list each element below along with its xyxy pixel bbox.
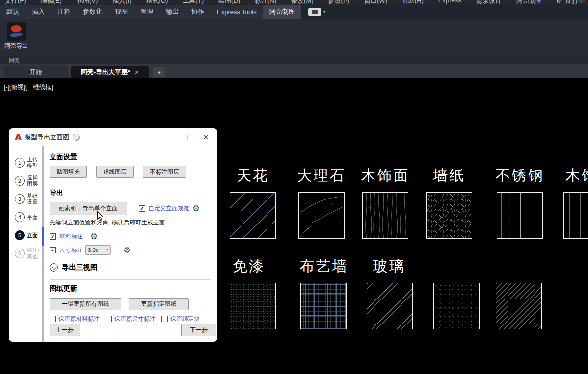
next-step-button[interactable]: 下一步	[181, 324, 216, 336]
viewport-controls[interactable]: [-][俯视][二维线框]	[4, 83, 53, 92]
material-label: 免漆	[233, 256, 265, 276]
menu-draw[interactable]: 绘图(D)	[218, 0, 240, 5]
keep-bound-block-checkbox[interactable]	[161, 316, 168, 322]
document-tab-bar: 开始 阿壳-导出大平层* × +	[0, 64, 588, 78]
update-selected-sheets-button[interactable]: 更新指定图纸	[129, 298, 189, 310]
material-swatch-ceiling	[230, 192, 276, 239]
menu-help[interactable]: 帮助(H)	[402, 0, 424, 5]
close-button[interactable]: ✕	[203, 134, 209, 141]
step-basic-settings[interactable]: 3 基础设置	[15, 193, 42, 205]
draw-index-export-button[interactable]: 画索引，导出单个立面	[50, 202, 127, 215]
menu-view[interactable]: 视图(V)	[77, 0, 98, 5]
autocad-logo-icon: A	[15, 132, 21, 142]
material-label: 墙纸	[433, 166, 465, 186]
material-annotation-label[interactable]: 材料标注	[59, 232, 83, 241]
menu-insert[interactable]: 插入(I)	[112, 0, 131, 5]
maximize-button[interactable]	[183, 135, 188, 140]
menu-file[interactable]: 文件(F)	[5, 0, 26, 5]
doc-tab-start[interactable]: 开始	[4, 66, 68, 78]
material-label: 木饰面	[361, 166, 410, 186]
material-swatch-wallpaper	[426, 192, 472, 239]
dimension-annotation-gear-icon[interactable]: ⚙	[123, 246, 131, 254]
custom-spec-gear-icon[interactable]: ⚙	[192, 204, 200, 213]
doc-tab-close-icon[interactable]: ×	[135, 68, 139, 76]
no-annotation-layer-button[interactable]: 不标注图层	[143, 166, 186, 178]
menu-ake[interactable]: 阿壳制图	[516, 0, 542, 5]
ake-export-button[interactable]: 阿壳导出	[2, 21, 30, 50]
material-annotation-gear-icon[interactable]: ⚙	[90, 232, 98, 241]
keep-dimension-anno-checkbox[interactable]	[106, 316, 112, 322]
menu-parametric[interactable]: 参数(P)	[328, 0, 349, 5]
step-elevation-active[interactable]: 5 立面	[15, 229, 42, 241]
export-hint-text: 先绘制立面位置和方向, 确认后即可生成立面	[50, 219, 211, 227]
ribbon-tab-annotate[interactable]: 注释	[51, 5, 77, 19]
ribbon-tab-view[interactable]: 视图	[108, 5, 134, 19]
select-chevron-icon: ∨	[106, 248, 108, 252]
ake-export-label: 阿壳导出	[2, 42, 30, 50]
step-select-layers[interactable]: 2 选择图层	[15, 175, 42, 187]
export-three-views-toggle[interactable]: 导出三视图	[50, 263, 211, 272]
ribbon-group-label: 阿壳	[9, 57, 20, 64]
step-plan[interactable]: 4 平面	[15, 211, 42, 223]
menu-modify[interactable]: 修改(M)	[291, 0, 314, 5]
dimension-annotation-checkbox[interactable]: ✓	[50, 247, 56, 253]
custom-spec-checkbox[interactable]: ✓	[139, 205, 145, 212]
menu-yuanquan[interactable]: 源泉设计	[476, 0, 502, 5]
step-upload-model[interactable]: 1 上传模型	[15, 157, 42, 169]
keep-dimension-anno-label[interactable]: 保留原尺寸标注	[114, 315, 156, 323]
keep-material-anno-label[interactable]: 保留原材料标注	[58, 315, 100, 323]
texture-fill-button[interactable]: 贴图填充	[50, 166, 87, 178]
three-views-label: 导出三视图	[62, 263, 98, 272]
menubar: 文件(F) 编辑(E) 视图(V) 插入(I) 格式(O) 工具(T) 绘图(D…	[0, 0, 588, 5]
ribbon-display-toggle[interactable]: ▾	[308, 5, 326, 19]
dialog-title-stamp-icon	[73, 134, 80, 141]
doc-tab-active[interactable]: 阿壳-导出大平层* ×	[71, 66, 149, 78]
mouse-cursor	[97, 211, 104, 224]
material-swatch-stainless-steel	[497, 192, 543, 239]
ribbon-tab-express-tools[interactable]: Express Tools	[211, 5, 263, 19]
ribbon-tab-collaborate[interactable]: 协作	[185, 5, 211, 19]
collapse-chevron-icon	[50, 263, 58, 272]
divider	[50, 184, 211, 184]
minimize-button[interactable]: —	[161, 134, 168, 141]
material-annotation-checkbox[interactable]: ✓	[50, 233, 56, 240]
menu-edit[interactable]: 编辑(E)	[41, 0, 62, 5]
dimension-scale-value: 3.0c	[88, 247, 99, 253]
divider	[50, 279, 211, 280]
step-annotation-other[interactable]: 6 标注/其他	[15, 248, 42, 259]
section-elevation-settings: 立面设置	[50, 153, 211, 162]
menu-format[interactable]: 格式(O)	[146, 0, 168, 5]
ribbon-tab-output[interactable]: 输出	[160, 5, 185, 19]
material-swatch-marble	[298, 192, 345, 239]
custom-spec-label[interactable]: 自定义立面规范	[148, 204, 189, 213]
dimension-scale-select[interactable]: 3.0c ∨	[85, 245, 111, 255]
dashed-layer-button[interactable]: 虚线图层	[96, 166, 134, 178]
ake-export-icon	[7, 22, 26, 41]
ribbon-tab-ake-active[interactable]: 阿壳制图	[263, 5, 301, 19]
ribbon-tab-insert[interactable]: 插入	[26, 5, 51, 19]
update-all-sheets-button[interactable]: 一键更新所有图纸	[50, 298, 121, 310]
menu-window[interactable]: 窗口(W)	[364, 0, 387, 5]
ribbon-tab-row: 默认 插入 注释 参数化 视图 管理 输出 协作 Express Tools 阿…	[0, 5, 588, 19]
menu-express[interactable]: Express	[438, 0, 461, 5]
ribbon-tab-default[interactable]: 默认	[0, 5, 26, 19]
keep-bound-block-label[interactable]: 保留绑定块	[170, 315, 200, 323]
keep-material-anno-checkbox[interactable]	[50, 316, 56, 322]
menu-dimension[interactable]: 标注(N)	[255, 0, 276, 5]
ribbon-tab-parametric[interactable]: 参数化	[77, 5, 108, 19]
export-elevation-dialog: A 模型导出立面图 — ✕ 1 上传模型 2 选择图层 3 基础设置 4	[9, 128, 217, 342]
menu-tools[interactable]: 工具(T)	[183, 0, 204, 5]
previous-step-button[interactable]: 上一步	[50, 324, 80, 336]
material-swatch-paint-free	[230, 283, 276, 329]
ribbon-group-strip: 阿壳	[0, 56, 588, 64]
doc-tab-active-label: 阿壳-导出大平层*	[81, 68, 130, 76]
ribbon-tab-manage[interactable]: 管理	[134, 5, 160, 19]
material-swatch-fabric-wall	[300, 283, 347, 329]
material-label: 天花	[237, 166, 269, 186]
material-swatch-specks	[433, 283, 480, 329]
menu-batch-print[interactable]: M_批打印	[557, 0, 585, 5]
dimension-annotation-label[interactable]: 尺寸标注	[59, 246, 83, 254]
dialog-titlebar[interactable]: A 模型导出立面图 — ✕	[9, 128, 217, 146]
material-swatch-glass	[367, 283, 413, 329]
new-tab-button[interactable]: +	[153, 67, 165, 77]
